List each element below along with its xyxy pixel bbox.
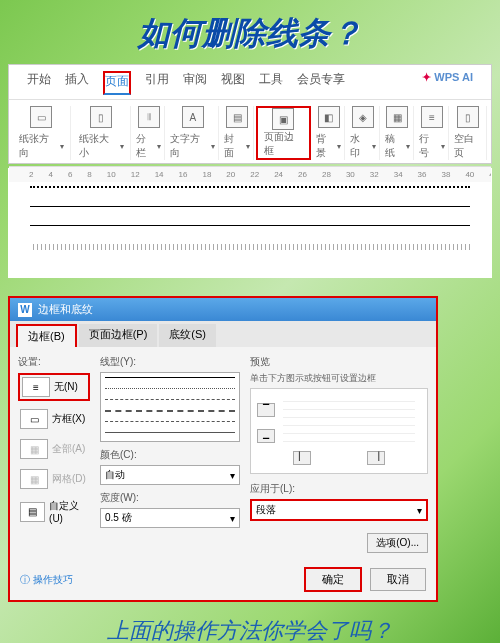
tab-reference[interactable]: 引用 (145, 71, 169, 95)
cover-icon: ▤ (226, 106, 248, 128)
ribbon-tabs: 开始 插入 页面 引用 审阅 视图 工具 会员专享 ✦ WPS AI (9, 65, 491, 100)
border-right-button[interactable]: ▕ (367, 451, 385, 465)
cancel-button[interactable]: 取消 (370, 568, 426, 591)
grid-icon: ▦ (20, 469, 48, 489)
preview-column: 预览 单击下方图示或按钮可设置边框 ▔ ▁ ▏ ▕ 应用于(L): 段落▾ 选项… (250, 355, 428, 553)
dialog-tab-border[interactable]: 边框(B) (16, 324, 77, 347)
settings-label: 设置: (18, 355, 90, 369)
apply-label: 应用于(L): (250, 482, 295, 496)
wavy-line (30, 244, 470, 250)
dialog-footer: ⓘ操作技巧 确定 取消 (10, 561, 436, 600)
info-icon: ⓘ (20, 573, 30, 587)
page-border-icon: ▣ (272, 108, 294, 130)
blank-page-icon: ▯ (457, 106, 479, 128)
paper-size-icon: ▯ (90, 106, 112, 128)
group-paper-direction[interactable]: ▭纸张方向▾ (13, 106, 71, 160)
group-page-border[interactable]: ▣页面边框 (256, 106, 311, 160)
chevron-down-icon: ▾ (417, 505, 422, 516)
wps-ai-label[interactable]: ✦ WPS AI (422, 71, 473, 95)
preview-label: 预览 (250, 355, 428, 369)
group-background[interactable]: ◧背景▾ (313, 106, 345, 160)
setting-none[interactable]: ≡无(N) (18, 373, 90, 401)
group-blank-page[interactable]: ▯空白页 (451, 106, 487, 160)
footer-question: 上面的操作方法你学会了吗？ (0, 602, 500, 643)
ok-button[interactable]: 确定 (304, 567, 362, 592)
tab-insert[interactable]: 插入 (65, 71, 89, 95)
solid-line-2 (30, 225, 470, 226)
color-select[interactable]: 自动▾ (100, 465, 240, 485)
group-text-direction[interactable]: A文字方向▾ (167, 106, 219, 160)
tab-review[interactable]: 审阅 (183, 71, 207, 95)
dotted-line (30, 186, 470, 188)
setting-all[interactable]: ▦全部(A) (18, 437, 90, 461)
width-select[interactable]: 0.5 磅▾ (100, 508, 240, 528)
document-area[interactable] (8, 168, 492, 278)
line-number-icon: ≡ (421, 106, 443, 128)
border-top-button[interactable]: ▔ (257, 403, 275, 417)
preview-box[interactable]: ▔ ▁ ▏ ▕ (250, 388, 428, 474)
manuscript-icon: ▦ (386, 106, 408, 128)
dialog-tabs: 边框(B) 页面边框(P) 底纹(S) (10, 321, 436, 347)
page-title: 如何删除线条？ (0, 0, 500, 64)
chevron-down-icon: ▾ (60, 142, 64, 151)
ribbon-toolbar: ▭纸张方向▾ ▯纸张大小▾ ⫴分栏▾ A文字方向▾ ▤封面▾ ▣页面边框 ◧背景… (9, 100, 491, 166)
apply-to-select[interactable]: 段落▾ (250, 499, 428, 521)
setting-grid[interactable]: ▦网格(D) (18, 467, 90, 491)
options-button[interactable]: 选项(O)... (367, 533, 428, 553)
chevron-down-icon: ▾ (230, 470, 235, 481)
custom-icon: ▤ (20, 502, 45, 522)
dialog-tab-shading[interactable]: 底纹(S) (159, 324, 216, 347)
preview-hint: 单击下方图示或按钮可设置边框 (250, 372, 428, 385)
group-watermark[interactable]: ◈水印▾ (347, 106, 379, 160)
word-icon: W (18, 303, 32, 317)
dialog-tab-page-border[interactable]: 页面边框(P) (79, 324, 158, 347)
setting-custom[interactable]: ▤自定义(U) (18, 497, 90, 526)
operation-tips-link[interactable]: ⓘ操作技巧 (20, 573, 73, 587)
solid-line-1 (30, 206, 470, 207)
group-line-number[interactable]: ≡行号▾ (416, 106, 448, 160)
group-cover[interactable]: ▤封面▾ (221, 106, 253, 160)
all-icon: ▦ (20, 439, 48, 459)
tab-page[interactable]: 页面 (103, 71, 131, 95)
wps-ribbon-panel: 开始 插入 页面 引用 审阅 视图 工具 会员专享 ✦ WPS AI ▭纸张方向… (8, 64, 492, 164)
tab-view[interactable]: 视图 (221, 71, 245, 95)
border-bottom-button[interactable]: ▁ (257, 429, 275, 443)
text-direction-icon: A (182, 106, 204, 128)
settings-column: 设置: ≡无(N) ▭方框(X) ▦全部(A) ▦网格(D) ▤自定义(U) (18, 355, 90, 553)
borders-shading-dialog: W 边框和底纹 边框(B) 页面边框(P) 底纹(S) 设置: ≡无(N) ▭方… (8, 296, 438, 602)
group-columns[interactable]: ⫴分栏▾ (133, 106, 165, 160)
tab-start[interactable]: 开始 (27, 71, 51, 95)
tab-tools[interactable]: 工具 (259, 71, 283, 95)
style-label: 线型(Y): (100, 355, 240, 369)
chevron-down-icon: ▾ (230, 513, 235, 524)
watermark-icon: ◈ (352, 106, 374, 128)
border-left-button[interactable]: ▏ (293, 451, 311, 465)
style-column: 线型(Y): 颜色(C): 自动▾ 宽度(W): 0.5 磅▾ (100, 355, 240, 553)
dialog-title: 边框和底纹 (38, 302, 93, 317)
paper-direction-icon: ▭ (30, 106, 52, 128)
background-icon: ◧ (318, 106, 340, 128)
tab-member[interactable]: 会员专享 (297, 71, 345, 95)
color-label: 颜色(C): (100, 448, 240, 462)
dialog-titlebar: W 边框和底纹 (10, 298, 436, 321)
width-label: 宽度(W): (100, 491, 240, 505)
columns-icon: ⫴ (138, 106, 160, 128)
group-manuscript[interactable]: ▦稿纸▾ (382, 106, 414, 160)
ruler: 2468101214161820222426283032343638404244 (9, 166, 491, 182)
none-icon: ≡ (22, 377, 50, 397)
setting-box[interactable]: ▭方框(X) (18, 407, 90, 431)
box-icon: ▭ (20, 409, 48, 429)
line-style-list[interactable] (100, 372, 240, 442)
group-paper-size[interactable]: ▯纸张大小▾ (73, 106, 131, 160)
